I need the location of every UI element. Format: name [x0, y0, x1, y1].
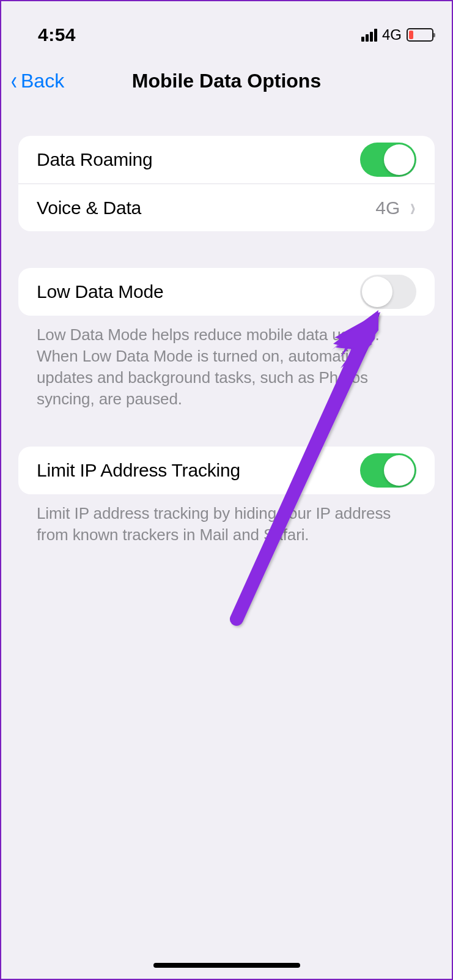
limit-ip-footer: Limit IP address tracking by hiding your…: [18, 494, 435, 546]
back-label: Back: [21, 70, 64, 92]
status-time: 4:54: [38, 24, 76, 45]
row-label: Limit IP Address Tracking: [37, 460, 240, 481]
settings-group: Low Data Mode: [18, 268, 435, 316]
network-type: 4G: [382, 26, 402, 43]
row-label: Low Data Mode: [37, 281, 164, 302]
settings-group: Data Roaming Voice & Data 4G ›: [18, 136, 435, 231]
limit-ip-tracking-row[interactable]: Limit IP Address Tracking: [18, 447, 435, 494]
voice-and-data-row[interactable]: Voice & Data 4G ›: [18, 184, 435, 231]
settings-group: Limit IP Address Tracking: [18, 447, 435, 494]
chevron-right-icon: ›: [410, 193, 416, 222]
low-data-footer: Low Data Mode helps reduce mobile data u…: [18, 316, 435, 410]
low-data-mode-row[interactable]: Low Data Mode: [18, 268, 435, 316]
home-indicator[interactable]: [153, 963, 300, 968]
low-data-mode-toggle[interactable]: [360, 275, 416, 309]
limit-ip-tracking-toggle[interactable]: [360, 453, 416, 488]
settings-content: Data Roaming Voice & Data 4G › Low Data …: [1, 105, 452, 546]
status-indicators: 4G: [361, 26, 433, 43]
row-value: 4G: [375, 198, 400, 218]
back-button[interactable]: ‹ Back: [1, 68, 64, 94]
nav-bar: ‹ Back Mobile Data Options: [1, 56, 452, 105]
chevron-left-icon: ‹: [11, 68, 17, 94]
row-label: Data Roaming: [37, 149, 152, 170]
row-label: Voice & Data: [37, 198, 141, 218]
status-bar: 4:54 4G: [1, 1, 452, 50]
cellular-signal-icon: [361, 28, 377, 42]
battery-icon: [407, 28, 433, 42]
data-roaming-toggle[interactable]: [360, 143, 416, 177]
data-roaming-row[interactable]: Data Roaming: [18, 136, 435, 184]
page-title: Mobile Data Options: [1, 70, 452, 92]
